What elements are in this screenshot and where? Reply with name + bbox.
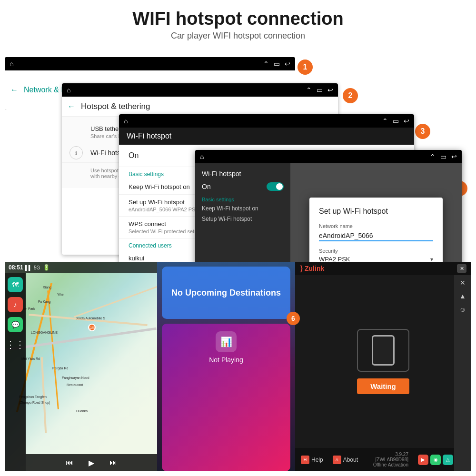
version-info: 3.9.27 [ZWLAB90D98] Offline Activation <box>373 452 408 467</box>
panel-close-button[interactable]: ✕ <box>460 279 466 287</box>
not-playing-label: Not Playing <box>209 356 243 364</box>
back-icon-2: ↩ <box>327 86 333 94</box>
screen3-title: Wi-Fi hotspot <box>127 132 171 140</box>
screen4-on-row: On <box>202 182 284 191</box>
step-badge-6: 6 <box>287 312 300 325</box>
zulink-name: Zulink <box>305 265 324 272</box>
security-label: Security <box>319 248 433 254</box>
phone-icon-box <box>357 329 409 372</box>
recents-icon: ⌃ <box>263 60 269 68</box>
topbar-left-2: ⌂ <box>67 86 70 94</box>
messages-app-icon[interactable]: 💬 <box>8 317 23 332</box>
status-time: 08:51 <box>9 264 23 271</box>
back-icon-3: ↩ <box>404 117 409 125</box>
topbar-left: ⌂ <box>10 60 13 68</box>
back-icon: ↩ <box>285 60 290 68</box>
panel-arrow-up-icon[interactable]: ▲ <box>459 292 466 300</box>
about-icon: A <box>333 456 341 464</box>
screen4-setup: Setup Wi-Fi hotspot <box>202 216 284 222</box>
screen4-on-label: On <box>202 183 211 190</box>
panel-smile-icon[interactable]: ☺ <box>459 306 466 313</box>
back-arrow-icon[interactable]: ← <box>10 86 18 94</box>
zulink-close-button[interactable]: ✕ <box>457 264 466 273</box>
carplay-statusbar: 08:51 ▌▌ 5G 🔋 <box>5 262 157 273</box>
screen3-topbar: ⌂ ⌃ ▭ ↩ <box>119 114 414 128</box>
back-arrow-2[interactable]: ← <box>68 102 75 111</box>
no-destinations-card: No Upcoming Destinations <box>162 267 290 319</box>
home-icon-2: ⌂ <box>67 86 70 94</box>
rewind-button[interactable]: ⏮ <box>66 458 73 467</box>
zulink-section: ⟩ Zulink ✕ Waiting H Help A <box>295 262 471 471</box>
home-icon-4: ⌂ <box>200 153 204 160</box>
topbar-right: ⌃ ▭ ↩ <box>263 60 290 68</box>
screen2-header: ← Hotspot & tethering <box>62 97 338 117</box>
play-button[interactable]: ▶ <box>89 458 94 467</box>
zulink-bottom-bar: H Help A About 3.9.27 [ZWLAB90D98] Offli… <box>295 448 471 471</box>
zulink-arrow-icon: ⟩ <box>300 264 303 273</box>
map-label-1: Xiang <box>43 286 51 289</box>
page-header: WIFI hotspot connection Car player WIFI … <box>0 0 476 46</box>
zulink-right-panel: ✕ ▲ ☺ <box>454 275 471 471</box>
home-icon: ⌂ <box>10 60 13 68</box>
step-badge-3: 3 <box>415 124 430 139</box>
topbar-left-3: ⌂ <box>124 117 128 125</box>
bottom-icon-red[interactable]: ▶ <box>418 455 428 465</box>
zulink-body: Waiting <box>295 275 471 448</box>
bottom-icon-green[interactable]: ◉ <box>430 455 441 465</box>
help-label: Help <box>311 456 323 463</box>
music-card: 📊 Not Playing <box>162 324 290 471</box>
help-button[interactable]: H Help <box>301 456 323 464</box>
square-icon-2: ▭ <box>317 86 323 94</box>
map-label-pergda: Pergda Rd <box>52 367 68 370</box>
topbar-right-4: ⌃ ▭ ↩ <box>430 153 457 160</box>
screen4-toggle[interactable] <box>267 182 284 191</box>
page-subtitle: Car player WIFI hotspot connection <box>0 31 476 41</box>
zulink-topbar: ⟩ Zulink ✕ <box>295 262 471 275</box>
bottom-icon-map1[interactable]: △ <box>443 455 453 465</box>
network-name-input[interactable] <box>319 231 433 241</box>
home-icon-3: ⌂ <box>124 117 128 125</box>
grid-icon: ⋮⋮ <box>6 339 25 350</box>
screen2-topbar: ⌂ ⌃ ▭ ↩ <box>62 83 338 97</box>
phone-icon <box>372 335 395 366</box>
recents-icon-3: ⌃ <box>382 117 388 125</box>
screen4-basic-label: Basic settings <box>202 197 284 202</box>
carplay-content-section: No Upcoming Destinations 📊 Not Playing 6 <box>157 262 295 471</box>
about-button[interactable]: A About <box>333 456 358 464</box>
screen4-wifi-label: Wi-Fi hotspot <box>202 170 284 178</box>
apps-icon[interactable]: ⋮⋮ <box>8 337 23 352</box>
network-type: 5G <box>34 265 40 270</box>
fastforward-button[interactable]: ⏭ <box>109 458 117 467</box>
maps-app-icon[interactable]: 🗺 <box>8 277 23 292</box>
screen4-topbar: ⌂ ⌃ ▭ ↩ <box>195 150 462 163</box>
carplay-sidebar: 🗺 ♪ 💬 ⋮⋮ <box>5 273 26 471</box>
screen3-title-bar: Wi-Fi hotspot <box>119 128 414 145</box>
help-icon: H <box>301 456 309 464</box>
map-label-xinda: Xinda Automobile S <box>76 317 105 320</box>
dialog-title: Set up Wi-Fi hotspot <box>319 207 433 216</box>
recents-icon-4: ⌃ <box>430 153 436 160</box>
topbar-right-3: ⌃ ▭ ↩ <box>382 117 409 125</box>
square-icon-3: ▭ <box>393 117 399 125</box>
step-badge-1: 1 <box>298 60 313 75</box>
carplay-map-section: Xiang Yihe Fu Kang sdom Park Xinda Autom… <box>5 262 157 471</box>
wifi-hotspot-icon: ℹ <box>69 146 83 159</box>
zulink-topbar-right: ✕ <box>457 264 466 273</box>
back-icon-4: ↩ <box>451 153 457 160</box>
signal-icon: ▌▌ <box>25 265 32 270</box>
screen1-topbar: ⌂ ⌃ ▭ ↩ <box>5 57 295 70</box>
topbar-right-2: ⌃ ▭ ↩ <box>306 86 333 94</box>
music-waveform-icon: 📊 <box>216 331 237 352</box>
no-destinations-text: No Upcoming Destinations <box>171 288 281 298</box>
map-label-2: Yihe <box>57 293 64 296</box>
map-label-longgang: LONGGANGLINE <box>31 331 58 334</box>
screen5-carplay-zulink: Xiang Yihe Fu Kang sdom Park Xinda Autom… <box>5 262 471 471</box>
on-label: On <box>129 151 139 160</box>
carplay-playback-bar: ⏮ ▶ ⏭ <box>26 454 157 471</box>
square-icon-4: ▭ <box>440 153 446 160</box>
step-badge-2: 2 <box>343 88 358 103</box>
waiting-button[interactable]: Waiting <box>357 378 409 394</box>
music-app-icon[interactable]: ♪ <box>8 297 23 312</box>
network-name-label: Network name <box>319 223 433 229</box>
page-title: WIFI hotspot connection <box>0 9 476 29</box>
